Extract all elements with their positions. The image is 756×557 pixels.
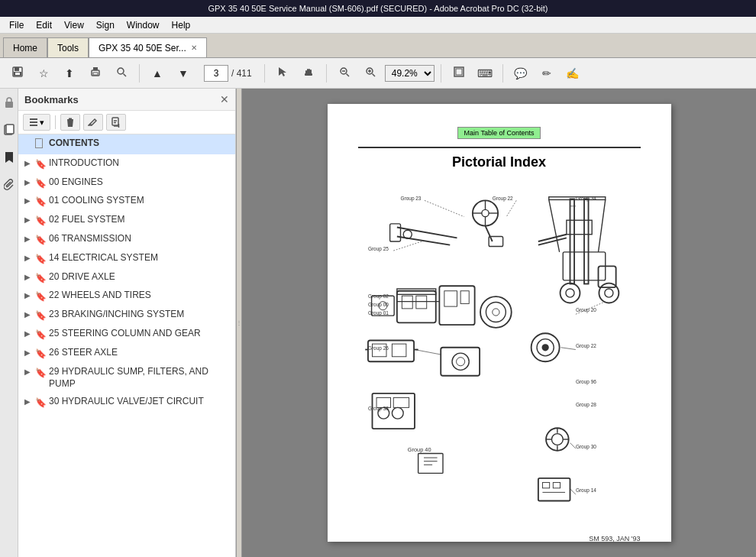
bookmark-label-hydraulic-valve: 30 HYDRAULIC VALVE/JET CIRCUIT: [49, 395, 232, 408]
page-navigation: / 411: [204, 65, 252, 82]
menu-help[interactable]: Help: [166, 18, 197, 32]
group23-label: Group 23: [400, 196, 421, 202]
sidebar-toolbar: ▾: [18, 111, 235, 134]
menu-edit[interactable]: Edit: [30, 18, 58, 32]
zoom-out-button[interactable]: [333, 63, 356, 84]
comment-button[interactable]: 💬: [509, 63, 532, 84]
keyboard-button[interactable]: ⌨: [473, 63, 496, 84]
bookmark-expand-transmission[interactable]: ▶: [24, 234, 35, 244]
bookmark-hydraulic-sump[interactable]: ▶ 🔖 29 HYDRAULIC SUMP, FILTERS, AND PUMP: [18, 363, 235, 393]
bookmark-expand-introduction[interactable]: ▶: [24, 158, 35, 169]
bookmark-expand-drive-axle[interactable]: ▶: [24, 272, 35, 283]
bookmark-hydraulic-valve[interactable]: ▶ 🔖 30 HYDRAULIC VALVE/JET CIRCUIT: [18, 393, 235, 412]
share-button[interactable]: ⬆: [58, 63, 81, 84]
svg-line-8: [124, 74, 127, 77]
bookmark-engines[interactable]: ▶ 🔖 00 ENGINES: [18, 173, 235, 193]
group00-label: Group 00: [367, 302, 388, 308]
bookmark-fuel[interactable]: ▶ 🔖 02 FUEL SYSTEM: [18, 211, 235, 230]
star-button[interactable]: ☆: [32, 63, 55, 84]
menu-file[interactable]: File: [3, 18, 30, 32]
sidebar-add-btn[interactable]: [106, 114, 126, 131]
bookmark-braking[interactable]: ▶ 🔖 23 BRAKING/INCHING SYSTEM: [18, 306, 235, 325]
svg-point-78: [456, 358, 464, 366]
svg-rect-29: [30, 125, 37, 126]
sidebar: Bookmarks ✕ ▾: [18, 89, 236, 557]
brake-group: [441, 348, 480, 376]
tab-home[interactable]: Home: [3, 37, 47, 57]
sign-button[interactable]: ✍: [561, 63, 584, 84]
bookmark-expand-cooling[interactable]: ▶: [24, 196, 35, 206]
group26-label: Group 26: [367, 345, 388, 351]
bookmark-expand-electrical[interactable]: ▶: [24, 253, 35, 264]
svg-rect-92: [538, 478, 570, 501]
bookmark-expand-hydraulic-sump[interactable]: ▶: [24, 367, 35, 377]
svg-line-106: [561, 348, 575, 350]
bookmark-steer-axle[interactable]: ▶ 🔖 26 STEER AXLE: [18, 344, 235, 363]
bookmark-electrical[interactable]: ▶ 🔖 14 ELECTRICAL SYSTEM: [18, 249, 235, 268]
bookmark-label-engines: 00 ENGINES: [49, 176, 232, 189]
print-button[interactable]: [84, 63, 107, 84]
resize-handle[interactable]: ⋮: [236, 89, 242, 557]
bookmark-transmission[interactable]: ▶ 🔖 06 TRANSMISSION: [18, 230, 235, 249]
panel-icon-pages[interactable]: [2, 122, 17, 138]
svg-text:Group 40: Group 40: [407, 446, 431, 453]
bookmark-expand-fuel[interactable]: ▶: [24, 215, 35, 225]
tab-close-button[interactable]: ✕: [191, 44, 197, 52]
bookmark-contents[interactable]: CONTENTS: [18, 134, 235, 154]
svg-rect-84: [393, 397, 409, 407]
view-mode-button[interactable]: [447, 63, 470, 84]
menu-window[interactable]: Window: [121, 18, 166, 32]
search-button[interactable]: [110, 63, 133, 84]
hand-tool-button[interactable]: [297, 63, 320, 84]
bookmark-label-contents: CONTENTS: [49, 137, 232, 150]
prev-page-button[interactable]: ▲: [146, 63, 169, 84]
tab-tools[interactable]: Tools: [47, 37, 89, 57]
sidebar-rename-btn[interactable]: [83, 114, 103, 131]
zoom-in-button[interactable]: [359, 63, 382, 84]
bookmarks-list[interactable]: CONTENTS ▶ 🔖 INTRODUCTION ▶ 🔖 00 ENGINES…: [18, 134, 235, 557]
bookmark-expand-hydraulic-valve[interactable]: ▶: [24, 397, 35, 407]
menu-sign[interactable]: Sign: [90, 18, 121, 32]
bookmark-drive-axle[interactable]: ▶ 🔖 20 DRIVE AXLE: [18, 268, 235, 287]
panel-icon-lock[interactable]: [2, 95, 17, 110]
bookmark-icon-introduction: 🔖: [35, 158, 46, 171]
pen-button[interactable]: ✏: [535, 63, 558, 84]
sidebar-close-button[interactable]: ✕: [220, 93, 229, 105]
group22b-label: Group 22: [575, 343, 596, 349]
bookmark-cooling[interactable]: ▶ 🔖 01 COOLING SYSTEM: [18, 192, 235, 211]
page-number-input[interactable]: [204, 65, 228, 82]
bookmark-expand-steering[interactable]: ▶: [24, 329, 35, 339]
title-bar-text: GPX 35 40 50E Service Manual (SM-606).pd…: [6, 4, 750, 13]
bookmark-expand-engines[interactable]: ▶: [24, 177, 35, 188]
zoom-select[interactable]: 49.2% 50% 75% 100% 125% 150%: [385, 65, 435, 82]
bookmark-expand-braking[interactable]: ▶: [24, 309, 35, 320]
tab-document[interactable]: GPX 35 40 50E Ser... ✕: [89, 37, 207, 57]
svg-rect-93: [542, 482, 549, 487]
next-page-button[interactable]: ▼: [172, 63, 195, 84]
document-viewer[interactable]: Main Table of Contents Pictorial Index: [242, 89, 756, 557]
svg-rect-5: [93, 67, 98, 70]
menu-bar: File Edit View Sign Window Help: [0, 17, 756, 34]
svg-rect-24: [5, 102, 13, 108]
bookmark-steering[interactable]: ▶ 🔖 25 STEERING COLUMN AND GEAR: [18, 325, 235, 344]
bookmark-expand-steer-axle[interactable]: ▶: [24, 348, 35, 358]
menu-view[interactable]: View: [58, 18, 90, 32]
bookmark-wheels[interactable]: ▶ 🔖 22 WHEELS AND TIRES: [18, 287, 235, 306]
steer-axle-group: [365, 341, 418, 362]
panel-icon-bookmark[interactable]: [2, 150, 17, 165]
toolbar-separator-2: [264, 64, 265, 83]
group22-label: Group 22: [492, 196, 512, 202]
bookmark-icon-transmission: 🔖: [35, 234, 46, 247]
save-button[interactable]: [6, 63, 29, 84]
comment-icon: 💬: [514, 67, 527, 79]
pen-icon: ✏: [542, 67, 551, 79]
svg-line-110: [415, 350, 441, 355]
bookmark-introduction[interactable]: ▶ 🔖 INTRODUCTION: [18, 154, 235, 173]
page-header-highlight[interactable]: Main Table of Contents: [457, 127, 541, 139]
bookmark-expand-wheels[interactable]: ▶: [24, 290, 35, 301]
sidebar-delete-btn[interactable]: [60, 114, 80, 131]
select-tool-button[interactable]: [271, 63, 294, 84]
sidebar-header: Bookmarks ✕: [18, 89, 235, 111]
panel-icon-attachment[interactable]: [2, 177, 17, 193]
sidebar-tool-options[interactable]: ▾: [23, 114, 50, 131]
